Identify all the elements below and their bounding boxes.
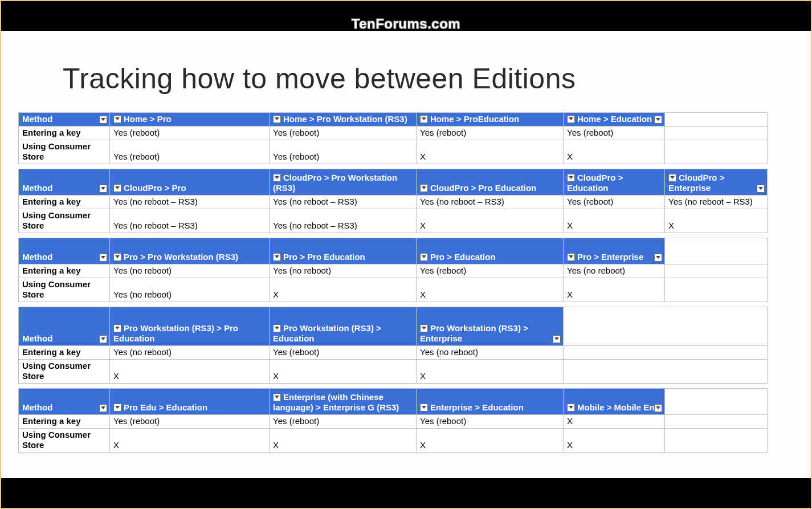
- filter-icon[interactable]: [273, 393, 281, 401]
- filter-icon[interactable]: [273, 253, 281, 261]
- filter-icon[interactable]: [99, 335, 107, 343]
- cell: Yes (reboot): [110, 140, 270, 164]
- cell: [564, 346, 768, 360]
- cell: [665, 113, 768, 127]
- cell: [665, 389, 768, 415]
- filter-icon[interactable]: [113, 115, 121, 123]
- table-row: Entering a key Yes (reboot) Yes (reboot)…: [19, 415, 768, 429]
- cell: Yes (no reboot – RS3): [665, 196, 768, 209]
- slide: Tracking how to move between Editions Me…: [1, 31, 811, 478]
- row-label: Entering a key: [19, 127, 110, 140]
- filter-icon[interactable]: [553, 335, 561, 343]
- col-header[interactable]: Pro > Education: [417, 238, 564, 264]
- table-row: Entering a key Yes (no reboot – RS3) Yes…: [19, 196, 768, 209]
- cell: Yes (reboot): [270, 140, 417, 164]
- col-header[interactable]: Enterprise (with Chinese language) > Ent…: [270, 389, 417, 415]
- col-header[interactable]: CloudPro > Pro Workstation (RS3): [270, 169, 417, 196]
- filter-icon[interactable]: [654, 254, 662, 262]
- filter-icon[interactable]: [113, 324, 121, 332]
- col-header[interactable]: CloudPro > Pro: [110, 169, 270, 196]
- filter-icon[interactable]: [99, 185, 107, 193]
- filter-icon[interactable]: [567, 115, 575, 123]
- cell: [665, 140, 768, 164]
- filter-icon[interactable]: [99, 116, 107, 124]
- cell: Yes (no reboot – RS3): [270, 196, 417, 209]
- filter-icon[interactable]: [113, 404, 121, 412]
- cell: X: [564, 278, 665, 302]
- table-row: Entering a key Yes (no reboot) Yes (no r…: [19, 264, 768, 278]
- cell: X: [270, 429, 417, 453]
- cell: X: [564, 209, 665, 233]
- col-header[interactable]: Home > Pro Workstation (RS3): [270, 113, 417, 127]
- table-1: Method Home > Pro Home > Pro Workstation…: [18, 112, 768, 164]
- col-header[interactable]: Home > ProEducation: [417, 113, 564, 127]
- col-header-method[interactable]: Method: [19, 113, 110, 127]
- filter-icon[interactable]: [273, 174, 281, 182]
- cell: Yes (reboot): [270, 415, 417, 429]
- table-row: Method Pro Workstation (RS3) > Pro Educa…: [19, 307, 768, 346]
- row-label: Using Consumer Store: [19, 429, 110, 453]
- table-row: Using Consumer Store X X X X: [19, 429, 768, 453]
- row-label: Using Consumer Store: [19, 278, 110, 302]
- row-label: Using Consumer Store: [19, 140, 110, 164]
- col-header-method[interactable]: Method: [19, 389, 110, 415]
- col-header[interactable]: CloudPro > Education: [564, 169, 665, 196]
- col-header[interactable]: Mobile > Mobile Ent: [564, 389, 665, 415]
- filter-icon[interactable]: [567, 404, 575, 412]
- col-header[interactable]: CloudPro > Enterprise: [665, 169, 768, 196]
- row-label: Entering a key: [19, 415, 110, 429]
- cell: X: [417, 209, 564, 233]
- col-header-method[interactable]: Method: [19, 238, 110, 264]
- filter-icon[interactable]: [113, 253, 121, 261]
- filter-icon[interactable]: [420, 115, 428, 123]
- col-header[interactable]: CloudPro > Pro Education: [417, 169, 564, 196]
- filter-icon[interactable]: [420, 184, 428, 192]
- col-header-method[interactable]: Method: [19, 169, 110, 196]
- row-label: Using Consumer Store: [19, 360, 110, 384]
- filter-icon[interactable]: [99, 404, 107, 412]
- table-row: Using Consumer Store Yes (reboot) Yes (r…: [19, 140, 768, 164]
- col-header[interactable]: Pro Workstation (RS3) > Enterprise: [417, 307, 564, 346]
- filter-icon[interactable]: [420, 324, 428, 332]
- table-row: Method Pro Edu > Education Enterprise (w…: [19, 389, 768, 415]
- filter-icon[interactable]: [420, 253, 428, 261]
- cell: Yes (reboot): [270, 127, 417, 140]
- col-header[interactable]: Enterprise > Education: [417, 389, 564, 415]
- cell: [665, 278, 768, 302]
- cell: X: [270, 278, 417, 302]
- filter-icon[interactable]: [273, 115, 281, 123]
- cell: X: [564, 415, 665, 429]
- col-header-method[interactable]: Method: [19, 307, 110, 346]
- cell: Yes (no reboot – RS3): [110, 209, 270, 233]
- cell: Yes (no reboot): [110, 346, 270, 360]
- col-header[interactable]: Pro > Pro Workstation (RS3): [110, 238, 270, 264]
- filter-icon[interactable]: [654, 404, 662, 412]
- cell: Yes (no reboot): [110, 264, 270, 278]
- filter-icon[interactable]: [668, 174, 676, 182]
- cell: X: [110, 429, 270, 453]
- filter-icon[interactable]: [567, 174, 575, 182]
- table-row: Using Consumer Store X X X: [19, 360, 768, 384]
- cell: X: [417, 360, 564, 384]
- filter-icon[interactable]: [113, 184, 121, 192]
- table-row: Entering a key Yes (reboot) Yes (reboot)…: [19, 127, 768, 140]
- col-header[interactable]: Pro Edu > Education: [110, 389, 270, 415]
- filter-icon[interactable]: [757, 185, 765, 193]
- col-header[interactable]: Pro > Enterprise: [564, 238, 665, 264]
- filter-icon[interactable]: [99, 254, 107, 262]
- cell: [665, 127, 768, 140]
- cell: X: [417, 140, 564, 164]
- table-row: Entering a key Yes (no reboot) Yes (rebo…: [19, 346, 768, 360]
- col-header[interactable]: Home > Education: [564, 113, 665, 127]
- col-header[interactable]: Home > Pro: [110, 113, 270, 127]
- col-header[interactable]: Pro Workstation (RS3) > Education: [270, 307, 417, 346]
- cell: Yes (no reboot): [417, 346, 564, 360]
- table-3: Method Pro > Pro Workstation (RS3) Pro >…: [18, 238, 768, 302]
- filter-icon[interactable]: [567, 253, 575, 261]
- filter-icon[interactable]: [654, 116, 662, 124]
- cell: [665, 264, 768, 278]
- col-header[interactable]: Pro > Pro Education: [270, 238, 417, 264]
- filter-icon[interactable]: [420, 404, 428, 412]
- col-header[interactable]: Pro Workstation (RS3) > Pro Education: [110, 307, 270, 346]
- filter-icon[interactable]: [273, 324, 281, 332]
